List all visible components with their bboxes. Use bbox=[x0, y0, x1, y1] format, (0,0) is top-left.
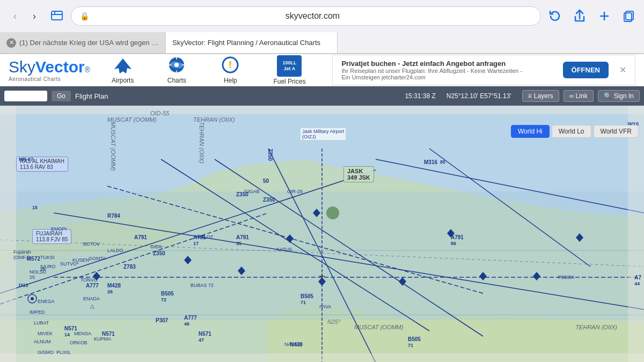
svg-point-9 bbox=[174, 63, 179, 67]
tab-inactive[interactable]: ✕ (1) Der nächste Krieg der USA wird geg… bbox=[0, 32, 166, 53]
logo-sky: Sky bbox=[9, 58, 35, 76]
fuel-badge: 100LL Jet A bbox=[277, 55, 302, 77]
nav-charts[interactable]: Charts bbox=[155, 56, 198, 84]
chart-btn-world-hi[interactable]: World Hi bbox=[511, 125, 550, 138]
app-header: Sky Vector ® Aeronautical Charts Airport… bbox=[0, 54, 644, 86]
svg-point-43 bbox=[326, 206, 339, 219]
ad-close-button[interactable]: ✕ bbox=[619, 65, 626, 75]
lock-icon: 🔒 bbox=[80, 12, 89, 20]
forward-button[interactable]: › bbox=[26, 8, 43, 25]
airports-label: Airports bbox=[112, 77, 134, 84]
tabs-overview-button[interactable] bbox=[620, 8, 638, 25]
back-button[interactable]: ‹ bbox=[6, 8, 24, 25]
search-input[interactable] bbox=[4, 91, 47, 101]
ad-open-button[interactable]: ÖFFNEN bbox=[563, 62, 609, 78]
svg-rect-48 bbox=[0, 106, 16, 362]
tab-label-inactive: (1) Der nächste Krieg der USA wird gegen… bbox=[19, 39, 159, 47]
link-button[interactable]: ∞ Link bbox=[564, 90, 594, 102]
charts-label: Charts bbox=[167, 77, 186, 84]
logo-vector: Vector bbox=[35, 58, 85, 76]
ad-title: Privatjet buchen - Jetzt einfach Angebot… bbox=[341, 60, 556, 68]
go-button[interactable]: Go bbox=[52, 91, 71, 101]
map-svg bbox=[0, 106, 644, 362]
tab-label-active: SkyVector: Flight Planning / Aeronautica… bbox=[172, 39, 320, 47]
svg-point-42 bbox=[31, 297, 34, 300]
fuel-label: Fuel Prices bbox=[273, 78, 305, 85]
new-tab-button[interactable] bbox=[596, 8, 613, 25]
bookmarks-button[interactable] bbox=[48, 8, 65, 25]
nav-help[interactable]: ! Help bbox=[209, 56, 252, 84]
logo-reg: ® bbox=[85, 65, 90, 74]
nav-airports[interactable]: Airports bbox=[101, 56, 144, 84]
nav-fuel-prices[interactable]: 100LL Jet A Fuel Prices bbox=[262, 55, 316, 85]
tab-bar: ✕ (1) Der nächste Krieg der USA wird geg… bbox=[0, 32, 644, 54]
browser-toolbar: ‹ › 🔒 skyvector.com bbox=[0, 0, 644, 32]
tab-close-inactive[interactable]: ✕ bbox=[6, 38, 16, 48]
time-display: 15:31:38 Z bbox=[405, 92, 435, 100]
chart-selector: World Hi World Lo World VFR bbox=[511, 125, 639, 138]
svg-rect-49 bbox=[0, 106, 644, 114]
help-label: Help bbox=[224, 77, 237, 84]
airports-icon bbox=[112, 56, 134, 76]
search-icon-toolbar: 🔍 bbox=[604, 92, 612, 100]
map-toolbar: Go Flight Plan 15:31:38 Z N25°12.10' E57… bbox=[0, 86, 644, 106]
share-button[interactable] bbox=[571, 8, 588, 25]
svg-rect-0 bbox=[52, 11, 62, 20]
svg-rect-51 bbox=[0, 353, 644, 362]
flight-plan-label: Flight Plan bbox=[75, 92, 108, 100]
help-icon: ! bbox=[219, 56, 241, 76]
tab-active[interactable]: SkyVector: Flight Planning / Aeronautica… bbox=[166, 32, 338, 53]
map-area[interactable]: World Hi World Lo World VFR bbox=[0, 106, 644, 362]
ad-body: Ihr Reiseplan ist unser Flugplan: Ihre A… bbox=[341, 68, 556, 80]
svg-text:!: ! bbox=[229, 60, 232, 70]
coords-display: N25°12.10' E57°51.13' bbox=[447, 92, 511, 100]
ad-banner: Privatjet buchen - Jetzt einfach Angebot… bbox=[332, 55, 635, 85]
svg-rect-50 bbox=[628, 106, 644, 362]
reload-button[interactable] bbox=[546, 8, 564, 25]
chart-btn-world-vfr[interactable]: World VFR bbox=[594, 125, 639, 138]
layers-button[interactable]: ≡ Layers bbox=[522, 90, 559, 102]
url-text: skyvector.com bbox=[93, 11, 532, 21]
sign-in-button[interactable]: 🔍 Sign In bbox=[598, 90, 640, 102]
layers-icon: ≡ bbox=[528, 92, 532, 100]
charts-icon bbox=[166, 56, 187, 76]
logo-subtitle: Aeronautical Charts bbox=[9, 76, 90, 82]
chart-btn-world-lo[interactable]: World Lo bbox=[552, 125, 591, 138]
address-bar[interactable]: 🔒 skyvector.com bbox=[71, 6, 541, 26]
logo: Sky Vector ® Aeronautical Charts bbox=[9, 58, 90, 82]
